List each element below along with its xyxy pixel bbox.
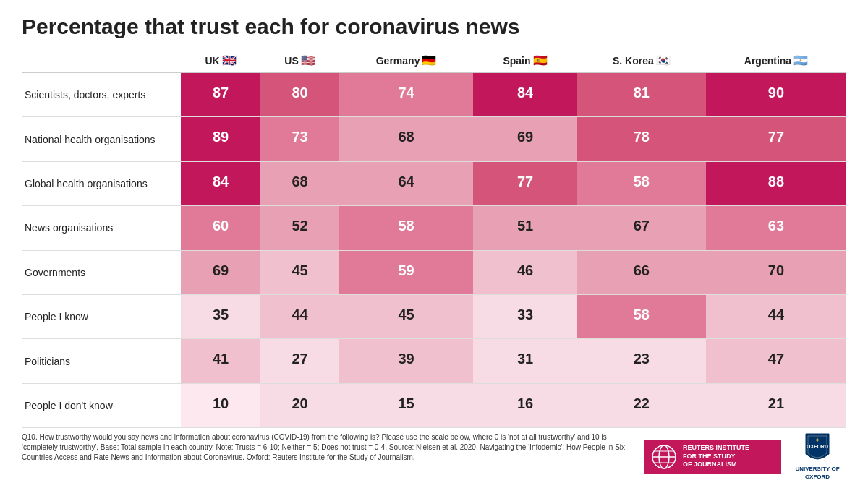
cell-1-3: 69: [473, 117, 576, 161]
footer: Q10. How trustworthy would you say news …: [22, 432, 846, 481]
cell-value-3-1: 52: [260, 206, 339, 249]
cell-value-6-2: 39: [339, 339, 473, 382]
cell-value-4-5: 70: [706, 251, 846, 294]
table-header: UK🇬🇧US🇺🇸Germany🇩🇪Spain🇪🇸S. Korea🇰🇷Argent…: [22, 49, 846, 72]
cell-1-1: 73: [260, 117, 339, 161]
cell-value-5-0: 35: [181, 295, 260, 338]
col-label: UK: [205, 55, 219, 67]
cell-4-1: 45: [260, 250, 339, 294]
row-label-3: News organisations: [22, 206, 181, 250]
reuters-logo: REUTERS INSTITUTEFOR THE STUDYOF JOURNAL…: [644, 440, 781, 474]
col-header-germany: Germany🇩🇪: [339, 49, 473, 72]
cell-value-6-1: 27: [260, 339, 339, 382]
cell-5-3: 33: [473, 295, 576, 339]
cell-6-1: 27: [260, 339, 339, 383]
cell-4-4: 66: [577, 250, 706, 294]
cell-value-5-4: 58: [577, 295, 706, 338]
cell-3-5: 63: [706, 206, 846, 250]
cell-6-5: 47: [706, 339, 846, 383]
cell-2-3: 77: [473, 161, 576, 205]
cell-0-2: 74: [339, 72, 473, 117]
cell-4-2: 59: [339, 250, 473, 294]
oxford-shield-icon: OXFORD ✦: [804, 432, 830, 464]
cell-value-2-2: 64: [339, 162, 473, 205]
reuters-text: REUTERS INSTITUTEFOR THE STUDYOF JOURNAL…: [683, 444, 749, 469]
cell-value-3-3: 51: [473, 206, 576, 249]
reuters-globe-icon: [651, 444, 677, 470]
cell-3-2: 58: [339, 206, 473, 250]
cell-value-1-0: 89: [181, 117, 260, 160]
cell-3-1: 52: [260, 206, 339, 250]
cell-0-5: 90: [706, 72, 846, 117]
cell-6-4: 23: [577, 339, 706, 383]
cell-6-2: 39: [339, 339, 473, 383]
cell-value-4-4: 66: [577, 251, 706, 294]
cell-value-4-3: 46: [473, 251, 576, 294]
cell-1-2: 68: [339, 117, 473, 161]
cell-value-2-4: 58: [577, 162, 706, 205]
cell-0-1: 80: [260, 72, 339, 117]
cell-2-5: 88: [706, 161, 846, 205]
cell-value-4-2: 59: [339, 251, 473, 294]
cell-value-1-4: 78: [577, 117, 706, 160]
row-label-6: Politicians: [22, 339, 181, 383]
cell-value-7-3: 16: [473, 384, 576, 427]
table-row: People I don't know102015162221: [22, 383, 846, 427]
cell-7-5: 21: [706, 383, 846, 427]
footer-logos: REUTERS INSTITUTEFOR THE STUDYOF JOURNAL…: [644, 432, 846, 481]
cell-value-7-1: 20: [260, 384, 339, 427]
cell-0-0: 87: [181, 72, 260, 117]
cell-value-0-3: 84: [473, 73, 576, 116]
cell-0-3: 84: [473, 72, 576, 117]
row-label-4: Governments: [22, 250, 181, 294]
cell-2-1: 68: [260, 161, 339, 205]
oxford-logo: OXFORD ✦ UNIVERSITY OFOXFORD: [788, 432, 846, 481]
cell-7-4: 22: [577, 383, 706, 427]
cell-value-4-0: 69: [181, 251, 260, 294]
flag-icon: 🇦🇷: [793, 54, 808, 67]
cell-4-0: 69: [181, 250, 260, 294]
cell-value-5-2: 45: [339, 295, 473, 338]
cell-value-3-5: 63: [706, 206, 846, 249]
col-header-spain: Spain🇪🇸: [473, 49, 576, 72]
table-row: Politicians412739312347: [22, 339, 846, 383]
col-header-source: [22, 49, 181, 72]
col-label: S. Korea: [613, 55, 654, 67]
col-header-uk: UK🇬🇧: [181, 49, 260, 72]
cell-3-3: 51: [473, 206, 576, 250]
cell-5-5: 44: [706, 295, 846, 339]
table-row: Governments694559466670: [22, 250, 846, 294]
flag-icon: 🇪🇸: [533, 54, 548, 67]
data-table: UK🇬🇧US🇺🇸Germany🇩🇪Spain🇪🇸S. Korea🇰🇷Argent…: [22, 49, 846, 428]
cell-value-7-0: 10: [181, 384, 260, 427]
col-label: Spain: [503, 55, 530, 67]
cell-3-4: 67: [577, 206, 706, 250]
cell-5-0: 35: [181, 295, 260, 339]
flag-icon: 🇺🇸: [301, 54, 315, 67]
cell-value-1-5: 77: [706, 117, 846, 160]
cell-2-0: 84: [181, 161, 260, 205]
cell-value-0-0: 87: [181, 73, 260, 116]
table-row: Scientists, doctors, experts878074848190: [22, 72, 846, 117]
flag-icon: 🇬🇧: [222, 54, 237, 67]
cell-7-3: 16: [473, 383, 576, 427]
table-body: Scientists, doctors, experts878074848190…: [22, 72, 846, 428]
cell-value-3-0: 60: [181, 206, 260, 249]
cell-value-2-3: 77: [473, 162, 576, 205]
cell-5-4: 58: [577, 295, 706, 339]
table-row: News organisations605258516763: [22, 206, 846, 250]
cell-value-6-0: 41: [181, 339, 260, 382]
page-container: Percentage that trust each for coronavir…: [0, 0, 868, 488]
row-label-1: National health organisations: [22, 117, 181, 161]
row-label-0: Scientists, doctors, experts: [22, 72, 181, 117]
cell-1-0: 89: [181, 117, 260, 161]
cell-value-1-2: 68: [339, 117, 473, 160]
cell-value-6-5: 47: [706, 339, 846, 382]
col-header-skorea: S. Korea🇰🇷: [577, 49, 706, 72]
cell-0-4: 81: [577, 72, 706, 117]
cell-value-2-0: 84: [181, 162, 260, 205]
cell-value-4-1: 45: [260, 251, 339, 294]
cell-value-1-3: 69: [473, 117, 576, 160]
cell-value-0-5: 90: [706, 73, 846, 116]
cell-6-0: 41: [181, 339, 260, 383]
